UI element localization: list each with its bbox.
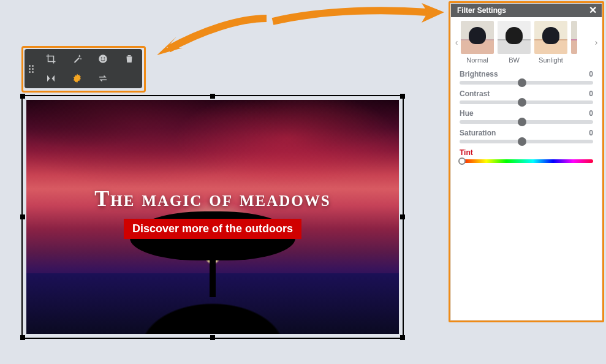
chevron-right-icon: › xyxy=(595,37,598,47)
resize-handle-ne[interactable] xyxy=(400,94,405,99)
saturation-thumb[interactable] xyxy=(518,137,526,146)
hue-thumb[interactable] xyxy=(518,118,526,126)
panel-close-button[interactable]: ✕ xyxy=(587,5,598,16)
filters-button[interactable] xyxy=(68,69,86,88)
filters-gear-icon xyxy=(72,73,83,84)
preset-next-button[interactable]: › xyxy=(592,37,600,47)
preset-list: Normal BW Sunlight xyxy=(461,21,592,64)
filter-settings-panel: Filter Settings ✕ ‹ Normal BW Sunlight xyxy=(451,4,602,320)
tint-row: Tint xyxy=(460,148,593,163)
preset-label: BW xyxy=(498,56,531,64)
saturation-value: 0 xyxy=(589,129,593,137)
preset-thumb xyxy=(534,21,567,54)
resize-handle-nw[interactable] xyxy=(20,94,25,99)
saturation-row: Saturation 0 xyxy=(460,129,593,143)
trash-icon xyxy=(124,53,135,64)
preset-thumb xyxy=(498,21,531,54)
brightness-value: 0 xyxy=(589,70,593,78)
contrast-value: 0 xyxy=(589,89,593,98)
preset-label: Sunlight xyxy=(534,56,567,64)
panel-title: Filter Settings xyxy=(457,6,587,15)
hero-subtitle: Discover more of the outdoors xyxy=(124,219,301,239)
tint-label: Tint xyxy=(460,148,593,157)
toolbar-drag-handle[interactable] xyxy=(25,49,38,88)
hero-title: The magic of meadows xyxy=(26,186,399,211)
delete-button[interactable] xyxy=(120,50,138,68)
svg-point-1 xyxy=(101,58,102,59)
flip-button[interactable] xyxy=(42,69,60,88)
brightness-row: Brightness 0 xyxy=(460,70,593,85)
contrast-thumb[interactable] xyxy=(518,98,526,107)
magic-wand-button[interactable] xyxy=(68,50,86,68)
preset-prev-button[interactable]: ‹ xyxy=(452,37,461,47)
tint-slider[interactable] xyxy=(460,159,593,163)
arrow-to-panel xyxy=(270,3,447,34)
preset-thumb xyxy=(461,21,494,54)
crop-icon xyxy=(45,53,56,64)
preset-bw[interactable]: BW xyxy=(498,21,531,64)
resize-handle-s[interactable] xyxy=(210,335,215,340)
svg-point-0 xyxy=(99,55,108,63)
preset-strip: ‹ Normal BW Sunlight › xyxy=(451,17,602,65)
resize-handle-w[interactable] xyxy=(20,214,25,219)
preset-label: Normal xyxy=(461,56,494,64)
hue-slider[interactable] xyxy=(460,120,593,124)
tint-thumb[interactable] xyxy=(458,157,466,165)
image-toolbar xyxy=(25,49,142,88)
hue-row: Hue 0 xyxy=(460,109,593,124)
preset-thumb xyxy=(571,21,577,54)
preset-normal[interactable]: Normal xyxy=(461,21,494,64)
svg-point-2 xyxy=(104,58,105,59)
panel-header[interactable]: Filter Settings ✕ xyxy=(451,4,602,17)
brightness-slider[interactable] xyxy=(460,81,593,85)
saturation-label: Saturation xyxy=(460,129,496,137)
selected-image-frame[interactable]: The magic of meadows Discover more of th… xyxy=(21,95,404,339)
arrow-to-toolbar xyxy=(153,12,270,61)
brightness-label: Brightness xyxy=(460,70,498,78)
hue-label: Hue xyxy=(460,109,474,118)
drag-dots-icon xyxy=(29,65,34,73)
saturation-slider[interactable] xyxy=(460,140,593,143)
contrast-slider[interactable] xyxy=(460,100,593,104)
toolbar-buttons xyxy=(38,49,142,88)
hue-value: 0 xyxy=(589,109,593,118)
contrast-row: Contrast 0 xyxy=(460,89,593,104)
resize-handle-sw[interactable] xyxy=(20,335,25,340)
close-icon: ✕ xyxy=(589,6,597,15)
slider-section: Brightness 0 Contrast 0 Hue 0 xyxy=(451,65,602,168)
flip-icon xyxy=(45,73,56,84)
resize-handle-e[interactable] xyxy=(400,214,405,219)
chevron-left-icon: ‹ xyxy=(455,37,458,47)
emoji-button[interactable] xyxy=(94,50,112,68)
contrast-label: Contrast xyxy=(460,89,490,98)
emoji-icon xyxy=(97,53,108,64)
magic-wand-icon xyxy=(72,53,83,64)
resize-handle-se[interactable] xyxy=(400,335,405,340)
preset-overflow[interactable] xyxy=(571,21,577,64)
preset-sunlight[interactable]: Sunlight xyxy=(534,21,567,64)
swap-icon xyxy=(97,73,108,84)
brightness-thumb[interactable] xyxy=(518,78,526,87)
resize-handle-n[interactable] xyxy=(210,94,215,99)
swap-button[interactable] xyxy=(94,69,112,88)
hero-image: The magic of meadows Discover more of th… xyxy=(26,100,399,334)
crop-button[interactable] xyxy=(42,50,60,68)
